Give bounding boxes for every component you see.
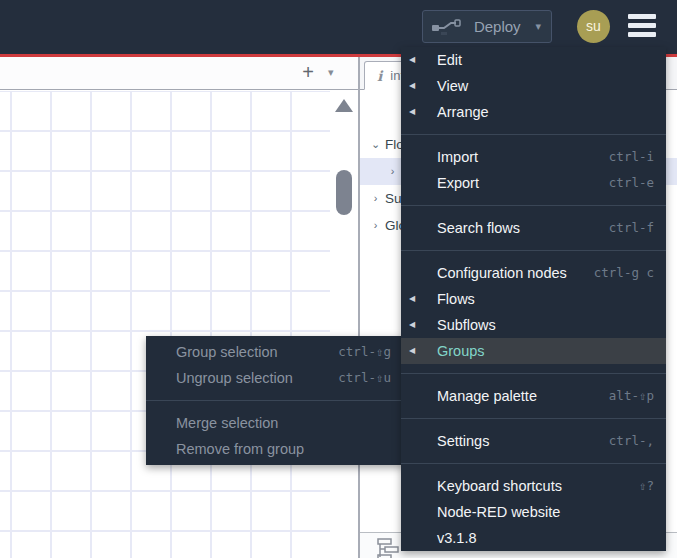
menu-item-label: Ungroup selection — [176, 365, 328, 391]
menu-item-shortcut: ctrl-e — [609, 170, 654, 196]
menu-item-label: Group selection — [176, 339, 328, 365]
menu-item-label: Edit — [437, 47, 654, 73]
submenu-item-remove-from-group[interactable]: Remove from group — [146, 436, 405, 462]
menu-separator — [146, 400, 405, 401]
tree-collapsed-chevron-icon[interactable]: › — [385, 158, 400, 185]
flow-canvas[interactable] — [0, 91, 330, 558]
submenu-item-ungroup-selection[interactable]: Ungroup selection ctrl-⇧u — [146, 365, 405, 391]
main-menu: ◀ Edit ◀ View ◀ Arrange Import ctrl-i Ex… — [401, 47, 666, 551]
menu-item-shortcut: alt-⇧p — [609, 383, 654, 409]
menu-item-label: Search flows — [437, 215, 599, 241]
submenu-item-merge-selection[interactable]: Merge selection — [146, 410, 405, 436]
menu-item-label: Merge selection — [176, 410, 391, 436]
menu-item-shortcut: ctrl-⇧u — [338, 365, 391, 391]
main-menu-button[interactable] — [628, 14, 656, 40]
menu-separator — [401, 250, 666, 251]
menu-item-subflows[interactable]: ◀ Subflows — [401, 312, 666, 338]
menu-item-node-red-website[interactable]: Node-RED website — [401, 499, 666, 525]
submenu-arrow-icon: ◀ — [409, 99, 415, 125]
menu-item-export[interactable]: Export ctrl-e — [401, 170, 666, 196]
menu-item-label: Keyboard shortcuts — [437, 473, 629, 499]
scroll-up-arrow-icon[interactable] — [335, 99, 353, 112]
submenu-item-group-selection[interactable]: Group selection ctrl-⇧g — [146, 339, 405, 365]
menu-item-label: Settings — [437, 428, 599, 454]
menu-item-edit[interactable]: ◀ Edit — [401, 47, 666, 73]
submenu-arrow-icon: ◀ — [409, 47, 415, 73]
flow-list-chevron-icon[interactable]: ▾ — [328, 66, 334, 79]
menu-separator — [401, 463, 666, 464]
hamburger-bar-icon — [628, 14, 656, 19]
menu-item-label: Import — [437, 144, 599, 170]
menu-item-version[interactable]: v3.1.8 — [401, 525, 666, 551]
menu-item-label: Manage palette — [437, 383, 599, 409]
menu-item-arrange[interactable]: ◀ Arrange — [401, 99, 666, 125]
menu-item-configuration-nodes[interactable]: Configuration nodes ctrl-g c — [401, 260, 666, 286]
info-icon: i — [377, 68, 382, 84]
deploy-label: Deploy — [469, 18, 525, 35]
submenu-arrow-icon: ◀ — [409, 73, 415, 99]
menu-item-label: Remove from group — [176, 436, 391, 462]
add-flow-button[interactable]: + — [297, 61, 319, 84]
menu-item-shortcut: ⇧? — [639, 473, 654, 499]
menu-item-label: Flows — [437, 286, 654, 312]
tree-expanded-chevron-icon[interactable]: ⌄ — [368, 131, 383, 158]
menu-item-shortcut: ctrl-, — [609, 428, 654, 454]
hamburger-bar-icon — [628, 23, 656, 28]
menu-item-label: View — [437, 73, 654, 99]
menu-item-view[interactable]: ◀ View — [401, 73, 666, 99]
menu-item-import[interactable]: Import ctrl-i — [401, 144, 666, 170]
menu-item-label: Groups — [437, 338, 654, 364]
groups-submenu: Group selection ctrl-⇧g Ungroup selectio… — [146, 336, 405, 465]
menu-item-label: v3.1.8 — [437, 525, 654, 551]
outliner-icon[interactable] — [376, 538, 400, 558]
menu-item-flows[interactable]: ◀ Flows — [401, 286, 666, 312]
menu-item-shortcut: ctrl-f — [609, 215, 654, 241]
submenu-arrow-icon: ◀ — [409, 338, 415, 364]
menu-item-search-flows[interactable]: Search flows ctrl-f — [401, 215, 666, 241]
menu-item-label: Node-RED website — [437, 499, 654, 525]
menu-item-label: Export — [437, 170, 599, 196]
user-avatar[interactable]: su — [577, 10, 610, 43]
menu-item-shortcut: ctrl-g c — [594, 260, 654, 286]
scrollbar-thumb[interactable] — [336, 170, 352, 215]
menu-item-keyboard-shortcuts[interactable]: Keyboard shortcuts ⇧? — [401, 473, 666, 499]
menu-item-shortcut: ctrl-⇧g — [338, 339, 391, 365]
submenu-arrow-icon: ◀ — [409, 312, 415, 338]
menu-item-label: Configuration nodes — [437, 260, 584, 286]
node-red-app: Deploy ▾ su + ▾ i info ⌄ — [0, 0, 677, 558]
tree-collapsed-chevron-icon[interactable]: › — [368, 212, 383, 239]
deploy-icon — [431, 18, 461, 36]
menu-item-label: Subflows — [437, 312, 654, 338]
menu-separator — [401, 134, 666, 135]
menu-item-manage-palette[interactable]: Manage palette alt-⇧p — [401, 383, 666, 409]
menu-separator — [401, 205, 666, 206]
menu-item-shortcut: ctrl-i — [609, 144, 654, 170]
deploy-options-chevron-icon[interactable]: ▾ — [525, 20, 541, 33]
tree-collapsed-chevron-icon[interactable]: › — [368, 185, 383, 212]
hamburger-bar-icon — [628, 32, 656, 37]
menu-item-groups[interactable]: ◀ Groups — [401, 338, 666, 364]
canvas-vertical-scrollbar[interactable] — [330, 91, 358, 558]
menu-separator — [401, 418, 666, 419]
menu-item-settings[interactable]: Settings ctrl-, — [401, 428, 666, 454]
menu-item-label: Arrange — [437, 99, 654, 125]
deploy-button[interactable]: Deploy ▾ — [422, 10, 552, 43]
menu-separator — [401, 373, 666, 374]
submenu-arrow-icon: ◀ — [409, 286, 415, 312]
